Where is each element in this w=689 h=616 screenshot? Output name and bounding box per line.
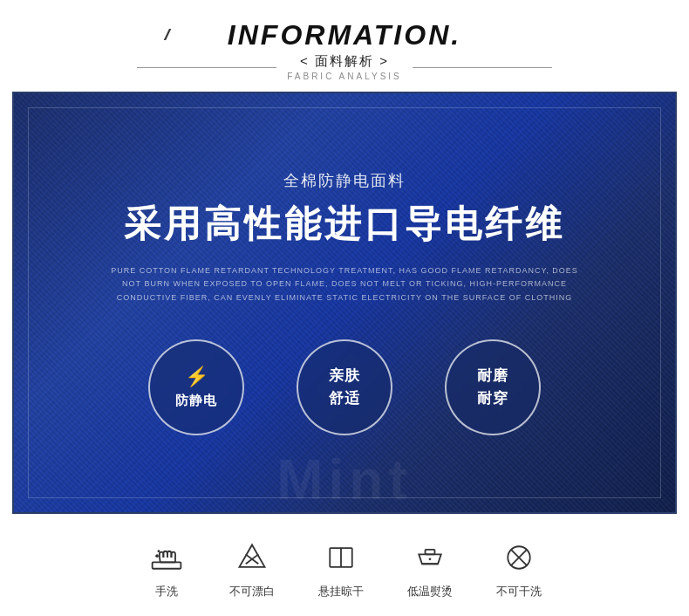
- badge-durable: 耐磨耐穿: [445, 339, 541, 435]
- slash-decoration: //: [165, 27, 217, 44]
- content-overlay: 全棉防静电面料 采用高性能进口导电纤维 PURE COTTON FLAME RE…: [14, 93, 675, 512]
- divider-right: [413, 67, 552, 68]
- slash-icon: //: [165, 26, 167, 44]
- care-no-dry-clean: 不可干洗: [496, 538, 542, 599]
- care-hang-dry: 悬挂晾干: [318, 538, 364, 599]
- hand-wash-icon-wrapper: [147, 538, 186, 577]
- care-no-bleach: 不可漂白: [229, 538, 275, 599]
- hang-dry-icon-wrapper: [322, 538, 360, 577]
- no-dry-clean-icon-wrapper: [500, 538, 538, 577]
- fabric-subtitle: 全棉防静电面料: [283, 170, 406, 191]
- svg-rect-0: [153, 562, 181, 568]
- badge-skin-label: 亲肤舒适: [329, 365, 360, 409]
- lightning-icon: ⚡: [185, 366, 208, 388]
- header-section: // INFORMATION. < 面料解析 > FABRIC ANALYSIS: [0, 0, 689, 92]
- page-title: INFORMATION.: [228, 19, 461, 51]
- badges-container: ⚡ 防静电 亲肤舒适 耐磨耐穿: [148, 339, 541, 435]
- divider-left: [137, 67, 276, 68]
- badge-skin-friendly: 亲肤舒适: [297, 339, 392, 435]
- svg-point-2: [158, 550, 160, 552]
- badge-antistatic: ⚡ 防静电: [148, 339, 244, 435]
- svg-point-9: [429, 558, 432, 560]
- fabric-background: 全棉防静电面料 采用高性能进口导电纤维 PURE COTTON FLAME RE…: [14, 93, 675, 512]
- low-iron-icon-wrapper: [411, 538, 449, 577]
- hand-wash-icon: [149, 540, 184, 575]
- badge-durable-label: 耐磨耐穿: [477, 365, 508, 409]
- fabric-title: 采用高性能进口导电纤维: [124, 200, 565, 249]
- fabric-description: PURE COTTON FLAME RETARDANT TECHNOLOGY T…: [100, 264, 589, 305]
- no-dry-clean-icon: [501, 540, 536, 575]
- no-bleach-icon-wrapper: [233, 538, 271, 577]
- care-hand-wash: 手洗: [147, 538, 186, 599]
- low-iron-label: 低温熨烫: [407, 584, 453, 599]
- slash-decoration-right: [472, 27, 524, 44]
- care-low-iron: 低温熨烫: [407, 538, 453, 599]
- svg-rect-7: [426, 550, 435, 554]
- subtitle-cn: < 面料解析 >: [287, 53, 402, 70]
- subtitle-en: FABRIC ANALYSIS: [287, 72, 402, 81]
- hand-wash-label: 手洗: [155, 584, 178, 599]
- low-iron-icon: [413, 540, 447, 575]
- no-bleach-label: 不可漂白: [229, 584, 275, 599]
- hang-dry-label: 悬挂晾干: [318, 584, 364, 599]
- no-dry-clean-label: 不可干洗: [496, 584, 542, 599]
- main-fabric-panel: 全棉防静电面料 采用高性能进口导电纤维 PURE COTTON FLAME RE…: [12, 92, 677, 514]
- hang-dry-icon: [324, 540, 358, 575]
- no-bleach-icon: [235, 540, 269, 575]
- badge-antistatic-label: 防静电: [175, 392, 217, 409]
- svg-point-1: [155, 554, 159, 558]
- care-instructions-section: 手洗 不可漂白 悬挂晾干: [0, 514, 689, 616]
